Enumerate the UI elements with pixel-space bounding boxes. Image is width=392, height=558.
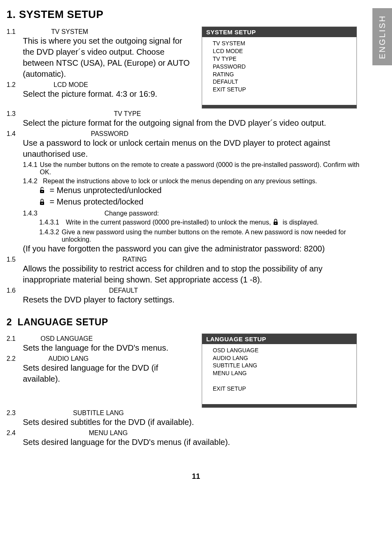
section-1-continued: 1.3TV TYPE Select the picture format for… xyxy=(7,110,366,305)
s22-label: AUDIO LANG xyxy=(48,355,194,362)
s14-note: (If you have forgotten the password you … xyxy=(7,243,366,254)
section-2-label: LANGUAGE SETUP xyxy=(18,317,108,327)
s23-num: 2.3 xyxy=(7,409,73,417)
s14-body: Use a password to lock or unlock certain… xyxy=(7,138,366,160)
s11-num: 1.1 xyxy=(7,28,51,36)
unlocked-line: = Menus unprotected/unlocked xyxy=(7,185,366,196)
menu-item: AUDIO LANG xyxy=(213,354,352,362)
section-1-title: 1. SYSTEM SETUP xyxy=(7,8,385,21)
section-2-title: 2 LANGUAGE SETUP xyxy=(7,317,385,328)
lock-icon xyxy=(39,197,45,208)
s14-label: PASSWORD xyxy=(91,130,366,138)
s141-num: 1.4.1 xyxy=(23,161,40,176)
s1431-a: Write in the current password (0000 pre-… xyxy=(66,219,273,226)
locked-line: = Menus protected/locked xyxy=(7,196,366,208)
system-setup-menu-footer xyxy=(202,105,356,108)
svg-point-3 xyxy=(42,202,43,204)
svg-point-1 xyxy=(42,191,43,192)
s1431-body: Write in the current password (0000 pre-… xyxy=(66,219,366,227)
menu-item: DEFAULT xyxy=(213,78,352,86)
language-setup-menu-body: OSD LANGUAGE AUDIO LANG SUBTITLE LANG ME… xyxy=(202,344,356,404)
s22-body: Sets desired language for the DVD (if av… xyxy=(7,362,194,385)
s142-body: Repeat the instructions above to lock or… xyxy=(43,178,366,185)
language-setup-menu: LANGUAGE SETUP OSD LANGUAGE AUDIO LANG S… xyxy=(202,333,357,408)
menu-item: EXIT SETUP xyxy=(213,86,352,93)
s143-num: 1.4.3 xyxy=(23,210,105,217)
section-1-left: 1.1TV SYSTEM This is where you set the o… xyxy=(7,27,194,109)
s12-label: LCD MODE xyxy=(53,81,194,89)
system-setup-menu-header: SYSTEM SETUP xyxy=(202,27,356,37)
s24-label: MENU LANG xyxy=(89,429,366,437)
language-tab-label: ENGLISH xyxy=(378,15,387,59)
lock-icon-inline xyxy=(273,219,278,227)
menu-item: MENU LANG xyxy=(213,369,352,377)
menu-item: TV TYPE xyxy=(213,55,352,63)
menu-item: EXIT SETUP xyxy=(213,385,352,393)
section-2-continued: 2.3SUBTITLE LANG Sets desired subtitles … xyxy=(7,409,366,448)
s13-num: 1.3 xyxy=(7,110,114,118)
system-setup-menu-body: TV SYSTEM LCD MODE TV TYPE PASSWORD RATI… xyxy=(202,37,356,105)
language-setup-menu-footer xyxy=(202,404,356,407)
s143-label: Change password: xyxy=(105,210,366,217)
language-setup-menu-header: LANGUAGE SETUP xyxy=(202,334,356,344)
s23-body: Sets desired subtitles for the DVD (if a… xyxy=(7,417,366,428)
s1432-body: Give a new password using the number but… xyxy=(62,229,366,243)
svg-point-5 xyxy=(275,222,276,224)
section-2-num: 2 xyxy=(7,317,12,327)
section-2-left: 2.1OSD LANGUAGE Sets the language for th… xyxy=(7,333,194,385)
s21-body: Sets the language for the DVD's menus. xyxy=(7,342,194,353)
s23-label: SUBTITLE LANG xyxy=(73,409,366,417)
s141-body: Use the number buttons on the remote to … xyxy=(40,161,366,176)
s15-label: RATING xyxy=(122,256,366,263)
s1432-num: 1.4.3.2 xyxy=(39,229,62,243)
s21-label: OSD LANGUAGE xyxy=(40,335,194,342)
section-1-top-row: 1.1TV SYSTEM This is where you set the o… xyxy=(7,27,385,109)
s11-label: TV SYSTEM xyxy=(51,28,194,36)
s16-body: Resets the DVD player to factory setting… xyxy=(7,294,366,305)
section-2-row: 2.1OSD LANGUAGE Sets the language for th… xyxy=(7,333,385,408)
s12-num: 1.2 xyxy=(7,81,53,89)
menu-item: TV SYSTEM xyxy=(213,40,352,47)
s15-num: 1.5 xyxy=(7,256,122,263)
s14-num: 1.4 xyxy=(7,130,91,138)
s1431-num: 1.4.3.1 xyxy=(39,219,66,227)
system-setup-menu: SYSTEM SETUP TV SYSTEM LCD MODE TV TYPE … xyxy=(202,27,357,109)
s22-num: 2.2 xyxy=(7,355,48,362)
s24-body: Sets desired language for the DVD's menu… xyxy=(7,437,366,448)
s24-num: 2.4 xyxy=(7,429,89,437)
s16-num: 1.6 xyxy=(7,287,109,294)
s12-body: Select the picture format. 4:3 or 16:9. xyxy=(7,89,194,100)
s16-label: DEFAULT xyxy=(109,287,366,294)
locked-text: = Menus protected/locked xyxy=(47,197,143,206)
s21-num: 2.1 xyxy=(7,335,40,342)
page-number: 11 xyxy=(7,472,385,481)
language-tab: ENGLISH xyxy=(372,8,392,65)
menu-item: PASSWORD xyxy=(213,63,352,71)
s142-num: 1.4.2 xyxy=(23,178,43,185)
s11-body: This is where you set the outgoing signa… xyxy=(7,36,194,80)
menu-item: LCD MODE xyxy=(213,47,352,55)
s1431-b: is displayed. xyxy=(283,219,318,226)
menu-item: OSD LANGUAGE xyxy=(213,347,352,354)
s13-body: Select the picture format for the outgoi… xyxy=(7,118,366,129)
menu-item: RATING xyxy=(213,71,352,78)
s15-body: Allows the possibility to restrict acces… xyxy=(7,263,366,285)
unlocked-text: = Menus unprotected/unlocked xyxy=(47,186,162,195)
menu-item: SUBTITLE LANG xyxy=(213,362,352,369)
page: ENGLISH 1. SYSTEM SETUP 1.1TV SYSTEM Thi… xyxy=(0,0,392,497)
menu-item xyxy=(213,377,352,385)
unlock-icon xyxy=(39,185,45,196)
s13-label: TV TYPE xyxy=(114,110,366,118)
